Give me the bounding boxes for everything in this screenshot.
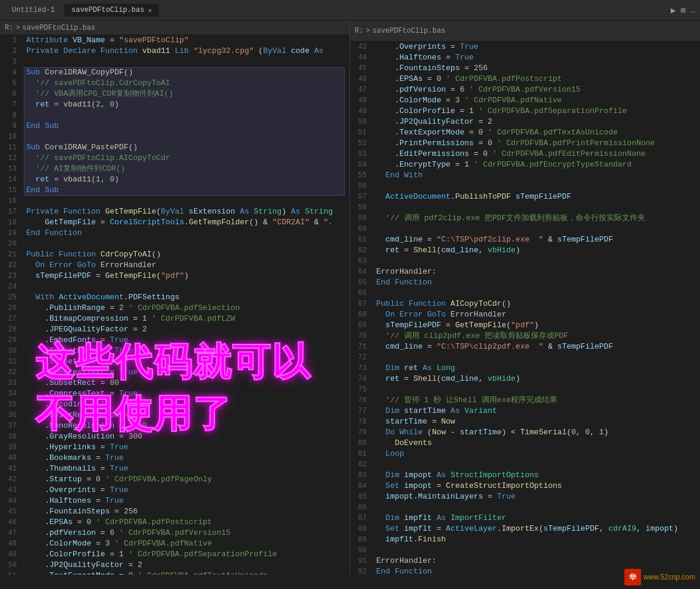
table-row: 8 [0,110,349,121]
watermark-logo: 华 [624,569,641,585]
table-row: 48 .ColorMode = 3 ' CdrPDFVBA.pdfNative [0,538,349,549]
table-row: 75 [350,384,700,395]
table-row: 17 Private Function GetTempFile(ByVal sE… [0,206,349,217]
table-row: 46 .EPSAs = 0 ' CdrPDFVBA.pdfPostscript [350,74,700,84]
left-editor-pane: R: > savePDFtoClip.bas 1 Attribute VB_Na… [0,21,350,575]
table-row: 74 ret = Shell(cmd_line, vbHide) [350,374,700,384]
table-row: 76 '// 暂停 1 秒 让Shell 调用exe程序完成结果 [350,395,700,406]
table-row: 32 .CompressText = True [0,367,349,378]
table-row: 61 cmd_line = "C:\TSP\pdf2clip.exe " & s… [350,234,700,245]
tab-close-icon[interactable]: ✕ [148,7,152,14]
tab-untitled[interactable]: Untitled-1 [5,4,62,17]
table-row: 30 .SubsetFonts = True [0,346,349,356]
tab-label-untitled: Untitled-1 [12,6,55,14]
table-row: 50 .JP2QualityFactor = 2 [350,117,700,127]
table-row: 43 .Overprints = True [0,485,349,496]
split-icon[interactable]: ⊞ [680,5,685,15]
table-row: 71 cmd_line = "C:\TSP\clip2pdf.exe " & s… [350,342,700,352]
table-row: 54 .EncryptType = 1 ' CdrPDFVBA.pdfEncry… [350,159,700,170]
watermark: 华 www.52cnp.com [624,569,695,585]
title-bar-actions: ▶ ⊞ … [671,5,695,15]
table-row: 78 startTime = Now [350,416,700,427]
table-row: 77 Dim startTime As Variant [350,406,700,416]
table-row: 70 '// 调用 clip2pdf.exe 把读取剪贴板保存成PDF [350,331,700,342]
table-row: 68 On Error GoTo ErrorHandler [350,309,700,320]
table-row: 26 .PublishRange = 2 ' CdrPDFVBA.pdfSele… [0,303,349,314]
table-row: 82 [350,459,700,470]
table-row: 9 End Sub [0,121,349,131]
table-row: 80 DoEvents [350,438,700,449]
table-row: 69 sTempFilePDF = GetTempFile("pdf") [350,320,700,331]
table-row: 47 .pdfVersion = 6 ' CdrPDFVBA.pdfVersio… [0,528,349,538]
watermark-logo-text: 华 [629,572,636,582]
tab-label-savepdf: savePDFtoClip.bas [71,6,144,14]
right-breadcrumb: R: > savePDFtoClip.bas [350,21,700,42]
table-row: 44 .Halftones = True [350,52,700,63]
table-row: 29 .EmbedFonts = True [0,335,349,346]
right-editor-pane: R: > savePDFtoClip.bas 43 .Overprints = … [350,21,700,575]
table-row: 90 [350,545,700,556]
right-breadcrumb-r: R: [355,27,363,35]
table-row: 33 .SubsetRect = 80 [0,378,349,389]
table-row: 43 .Overprints = True [350,42,700,52]
table-row: 91 ErrorHandler: [350,556,700,566]
table-row: 37 .MonoResolution = 1200 [0,421,349,431]
table-row: 45 .FountainSteps = 256 [350,63,700,74]
table-row: 59 '// 调用 pdf2clip.exe 把PDF文件加载到剪贴板，命令行按… [350,213,700,224]
table-row: 86 [350,502,700,513]
table-row: 24 [0,281,349,292]
table-row: 72 [350,352,700,363]
left-code-area[interactable]: 1 Attribute VB_Name = "savePDFtoClip" 2 … [0,35,349,575]
table-row: 39 .Hyperlinks = True [0,442,349,453]
left-breadcrumb-r: R: [5,24,13,32]
table-row: 22 On Error GoTo ErrorHandler [0,260,349,271]
title-bar: Untitled-1 savePDFtoClip.bas ✕ ▶ ⊞ … [0,0,700,21]
table-row: 49 .ColorProfile = 1 ' CdrPDFVBA.pdfSepa… [350,106,700,117]
table-row: 81 Loop [350,449,700,459]
more-icon[interactable]: … [690,5,695,15]
table-row: 18 GetTempFile = CorelScriptTools.GetTem… [0,217,349,228]
left-breadcrumb-arrow: > [15,24,20,32]
right-breadcrumb-arrow: > [365,27,370,35]
table-row: 3 [0,57,349,67]
table-row: 89 impflt.Finish [350,534,700,545]
table-row: 6 '// VBA调用CPG_CDR复制物件到AI() [0,89,349,99]
table-row: 10 [0,131,349,142]
table-row: 58 [350,202,700,213]
table-row: 19 End Function [0,228,349,239]
table-row: 4 Sub CorelDRAW_CopyPDF() [0,67,349,78]
table-row: 40 .Bookmarks = True [0,453,349,463]
right-code-area[interactable]: 43 .Overprints = True 44 .Halftones = Tr… [350,42,700,575]
table-row: 1 Attribute VB_Name = "savePDFtoClip" [0,35,349,46]
table-row: 57 ActiveDocument.PublishToPDF sTempFile… [350,192,700,202]
table-row: 42 .Startup = 0 ' CdrPDFVBA.pdfPageOnly [0,474,349,485]
table-row: 62 ret = Shell(cmd_line, vbHide) [350,245,700,256]
table-row: 84 Set impopt = CreateStructImportOption… [350,481,700,491]
table-row: 50 .JP2QualityFactor = 2 [0,560,349,571]
left-breadcrumb: R: > savePDFtoClip.bas [0,21,349,35]
table-row: 25 With ActiveDocument.PDFSettings [0,292,349,303]
table-row: 14 ret = vbad11(1, 0) [0,174,349,185]
table-row: 53 .EditPermissions = 0 ' CdrPDFVBA.pdfE… [350,149,700,159]
table-row: 65 End Function [350,277,700,288]
table-row: 87 Dim impflt As ImportFilter [350,513,700,524]
table-row: 47 .pdfVersion = 6 ' CdrPDFVBA.pdfVersio… [350,84,700,95]
table-row: 56 [350,181,700,192]
table-row: 34 .CompressText = True [0,389,349,399]
table-row: 66 [350,288,700,299]
table-row: 51 .TextExportMode = 0 ' CdrPDFVBA.pdfTe… [0,571,349,575]
table-row: 35 .Encoding = 1 [0,399,349,410]
table-row: 27 .BitmapCompression = 1 ' CdrPDFVBA.pd… [0,314,349,324]
table-row: 41 .Thumbnails = True [0,463,349,474]
tab-savepdfclip[interactable]: savePDFtoClip.bas ✕ [64,4,159,17]
right-breadcrumb-file: savePDFtoClip.bas [373,27,445,35]
table-row: 79 Do While (Now - startTime) < TimeSeri… [350,427,700,438]
table-row: 11 Sub CorelDRAW_PastePDF() [0,142,349,153]
table-row: 38 .GrayResolution = 300 [0,431,349,442]
run-icon[interactable]: ▶ [671,5,676,15]
main-content: R: > savePDFtoClip.bas 1 Attribute VB_Na… [0,21,700,575]
table-row: 31 .SubsetLimit = 80 [0,356,349,367]
table-row: 12 '// savePDFtoClip.AICopyToCdr [0,153,349,164]
table-row: 45 .FountainSteps = 256 [0,506,349,517]
watermark-url: www.52cnp.com [643,573,695,581]
